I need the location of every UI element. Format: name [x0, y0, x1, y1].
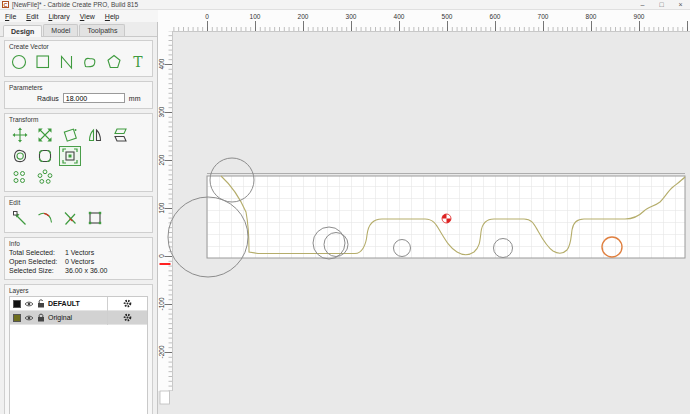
- text-tool-button[interactable]: T: [127, 52, 148, 72]
- canvas-svg[interactable]: 0 100 200 300 400 500 600 700 800 900 40…: [158, 10, 690, 414]
- menu-help[interactable]: Help: [100, 13, 124, 20]
- unlock-icon[interactable]: [37, 299, 45, 308]
- rectangle-tool-icon: [34, 53, 52, 71]
- layer-row-default[interactable]: DEFAULT: [10, 297, 147, 311]
- h-ruler-label: 800: [586, 13, 597, 20]
- menu-view[interactable]: View: [75, 13, 100, 20]
- maximize-button[interactable]: □: [652, 0, 671, 10]
- fillet-tool-button[interactable]: [34, 146, 56, 166]
- node-edit-tool-icon: [11, 209, 29, 227]
- break-tool-button[interactable]: [59, 208, 81, 228]
- transform-group: Transform: [4, 113, 153, 192]
- vertical-ruler: 400 300 200 100 0 -100 -200: [158, 31, 173, 404]
- info-open-selected-value: 0 Vectors: [65, 258, 94, 265]
- mirror-tool-button[interactable]: [84, 125, 106, 145]
- polyline-tool-button[interactable]: [56, 52, 77, 72]
- h-ruler-label: 600: [490, 13, 501, 20]
- menu-bar: File Edit Library View Help: [0, 10, 158, 22]
- h-ruler-label: 900: [634, 13, 645, 20]
- trim-vectors-tool-button[interactable]: [34, 208, 56, 228]
- v-ruler-label: 0: [158, 254, 165, 258]
- panel-tab-bar: Design Model Toolpaths: [0, 22, 157, 37]
- info-selected-size-value: 36.00 x 36.00: [65, 267, 107, 274]
- h-ruler-label: 200: [298, 13, 309, 20]
- title-bar: C [NewFile]* - Carbide Create PRO, Build…: [0, 0, 690, 10]
- polyline-tool-icon: [58, 53, 76, 71]
- parameters-title: Parameters: [9, 84, 148, 91]
- fillet-tool-icon: [36, 147, 54, 165]
- menu-file[interactable]: File: [0, 13, 21, 20]
- offset-tool-icon: [11, 147, 29, 165]
- v-ruler-label: 400: [158, 58, 165, 69]
- trim-tool-icon: [61, 147, 79, 165]
- layer-row-original[interactable]: Original: [10, 311, 147, 325]
- break-tool-icon: [61, 209, 79, 227]
- h-ruler-label: 700: [538, 13, 549, 20]
- rotate-tool-icon: [61, 126, 79, 144]
- tab-toolpaths[interactable]: Toolpaths: [79, 24, 125, 36]
- info-title: Info: [9, 240, 148, 247]
- curve-tool-icon: [81, 53, 99, 71]
- radius-unit: mm: [129, 95, 141, 102]
- join-tool-icon: [86, 209, 104, 227]
- layer-color-swatch[interactable]: [13, 300, 21, 308]
- layer-settings-button[interactable]: [107, 297, 147, 311]
- design-canvas[interactable]: 0 100 200 300 400 500 600 700 800 900 40…: [158, 10, 690, 414]
- info-total-selected-label: Total Selected:: [9, 249, 65, 256]
- radius-input[interactable]: [63, 93, 125, 103]
- v-ruler-label: 100: [158, 202, 165, 213]
- window-title: [NewFile]* - Carbide Create PRO, Build 8…: [12, 1, 138, 8]
- eye-icon[interactable]: [24, 314, 34, 322]
- skew-tool-icon: [111, 126, 129, 144]
- gear-icon: [123, 313, 132, 322]
- v-ruler-label: -100: [158, 297, 165, 310]
- layer-settings-button[interactable]: [107, 311, 147, 325]
- rectangle-tool-button[interactable]: [33, 52, 54, 72]
- move-tool-icon: [11, 126, 29, 144]
- eye-icon[interactable]: [24, 300, 34, 308]
- minimize-button[interactable]: –: [633, 0, 652, 10]
- skew-tool-button[interactable]: [109, 125, 131, 145]
- svg-text:T: T: [133, 54, 143, 70]
- join-tool-button[interactable]: [84, 208, 106, 228]
- linear-array-tool-icon: [11, 168, 29, 186]
- info-open-selected-label: Open Selected:: [9, 258, 65, 265]
- menu-edit[interactable]: Edit: [21, 13, 43, 20]
- h-ruler-label: 100: [250, 13, 261, 20]
- origin-marker-icon: [442, 214, 451, 223]
- scale-tool-button[interactable]: [34, 125, 56, 145]
- layer-list: DEFAULT Original: [9, 296, 148, 414]
- trim-vectors-tool-icon: [36, 209, 54, 227]
- create-vector-group: Create Vector T: [4, 40, 153, 77]
- app-logo-icon: C: [2, 1, 9, 8]
- menu-library[interactable]: Library: [43, 13, 74, 20]
- parameters-group: Parameters Radius mm: [4, 81, 153, 109]
- h-ruler-label: 500: [442, 13, 453, 20]
- polygon-tool-button[interactable]: [104, 52, 125, 72]
- layer-color-swatch[interactable]: [13, 314, 21, 322]
- ruler-corner-box: [160, 391, 170, 404]
- circular-array-tool-icon: [36, 168, 54, 186]
- layer-name: DEFAULT: [48, 300, 107, 307]
- edit-group: Edit: [4, 196, 153, 233]
- curve-tool-button[interactable]: [80, 52, 101, 72]
- tab-design[interactable]: Design: [3, 25, 42, 37]
- circle-tool-button[interactable]: [9, 52, 30, 72]
- circular-array-tool-button[interactable]: [34, 167, 56, 187]
- edit-title: Edit: [9, 199, 148, 206]
- node-edit-tool-button[interactable]: [9, 208, 31, 228]
- rotate-tool-button[interactable]: [59, 125, 81, 145]
- v-ruler-label: 200: [158, 154, 165, 165]
- polygon-tool-icon: [105, 53, 123, 71]
- move-tool-button[interactable]: [9, 125, 31, 145]
- offset-tool-button[interactable]: [9, 146, 31, 166]
- left-panel: Design Model Toolpaths Create Vector T: [0, 22, 158, 414]
- lock-icon[interactable]: [37, 313, 45, 322]
- tab-model[interactable]: Model: [43, 24, 78, 36]
- close-button[interactable]: ×: [671, 0, 690, 10]
- trim-tool-button[interactable]: [59, 146, 81, 166]
- mirror-tool-icon: [86, 126, 104, 144]
- create-vector-title: Create Vector: [9, 43, 148, 50]
- ruler-position-marker: [160, 263, 171, 265]
- linear-array-tool-button[interactable]: [9, 167, 31, 187]
